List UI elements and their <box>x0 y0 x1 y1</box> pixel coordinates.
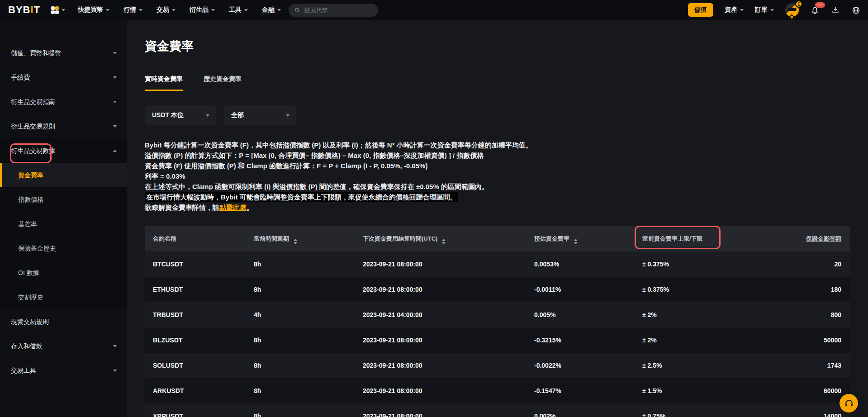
search-box[interactable] <box>289 4 378 17</box>
table-row[interactable]: ARKUSDT 8h 2023-09-21 08:00:00 -0.1547% … <box>145 378 850 403</box>
chevron-down-icon <box>172 9 175 11</box>
chevron-up-icon <box>113 150 117 152</box>
avatar-notification-badge: 1 <box>795 0 802 8</box>
topbar-right-cluster: 儲值 資產 訂單 1 ··· <box>688 0 861 20</box>
table-row[interactable]: SOLUSDT 8h 2023-09-21 08:00:00 -0.0022% … <box>145 353 850 378</box>
nav-buy-crypto[interactable]: 快捷買幣 <box>78 6 109 14</box>
table-row[interactable]: BLZUSDT 8h 2023-09-21 08:00:00 -0.3215% … <box>145 327 850 353</box>
col-rate-limits: 當前資金費率上限/下限 <box>642 226 703 251</box>
contract-symbol: ARKUSDT <box>153 378 184 403</box>
nav-trade[interactable]: 交易 <box>157 6 175 14</box>
contract-symbol: XRPUSDT <box>153 403 183 417</box>
chevron-down-icon <box>139 9 142 11</box>
table-row[interactable]: XRPUSDT 8h 2023-09-21 08:00:00 0.002% ± … <box>145 403 850 417</box>
sidebar-subitem-funding-rate[interactable]: 資金費率 <box>0 163 127 187</box>
chevron-down-icon <box>106 9 109 11</box>
table-body: BTCUSDT 8h 2023-09-21 08:00:00 0.0053% ±… <box>145 251 850 417</box>
contract-symbol: ETHUSDT <box>153 277 183 302</box>
orders-menu[interactable]: 訂單 <box>755 6 774 14</box>
deposit-button[interactable]: 儲值 <box>688 3 713 17</box>
sort-icon[interactable] <box>442 239 446 244</box>
click-here-link[interactable]: 點擊此處 <box>219 204 247 211</box>
sidebar-subitem-basis-rate[interactable]: 基差率 <box>0 212 127 236</box>
globe-icon <box>851 5 861 15</box>
chevron-down-icon <box>113 370 117 372</box>
tab-funding-rate-history[interactable]: 歷史資金費率 <box>204 75 242 91</box>
contract-symbol: BTCUSDT <box>153 251 183 277</box>
margin-type-select[interactable]: USDT 本位 <box>145 105 216 125</box>
sidebar-item-trading-tools[interactable]: 交易工具 <box>0 358 127 383</box>
contract-symbol: BLZUSDT <box>153 327 182 353</box>
col-next-settlement: 下次資金費用結算時間(UTC) <box>363 226 446 251</box>
sidebar-subitem-insurance-fund[interactable]: 保險基金歷史 <box>0 236 127 261</box>
desc-line-7: 欲瞭解資金費率詳情，請點擊此處。 <box>145 202 532 213</box>
apps-grid-button[interactable] <box>51 6 65 14</box>
contract-symbol: TRBUSDT <box>153 302 183 327</box>
notifications-badge: ··· <box>815 2 825 8</box>
logo-accent: I <box>30 4 33 16</box>
sidebar-subitem-delivery-history[interactable]: 交割歷史 <box>0 285 127 309</box>
desc-line-1: Bybit 每分鐘計算一次資金費率 (F)，其中包括溢價指數 (P) 以及利率 … <box>145 140 532 150</box>
nav-derivatives[interactable]: 衍生品 <box>190 6 215 14</box>
logo-text-2: T <box>34 4 40 16</box>
logo-text: BYB <box>8 4 30 16</box>
nav-tools[interactable]: 工具 <box>229 6 248 14</box>
support-chat-button[interactable] <box>840 394 858 412</box>
search-input[interactable] <box>304 7 363 14</box>
top-navigation-bar: BYBIT 快捷買幣 行情 交易 衍生品 工具 金融 Web3 儲值 資產 訂單… <box>0 0 868 20</box>
col-margin-impact: 保證金影響額 <box>806 226 841 251</box>
contract-symbol: SOLUSDT <box>153 353 183 378</box>
sidebar: 儲值、買幣和提幣 手續費 衍生品交易指南 衍生品交易規則 衍生品交易數據 資金費… <box>0 20 127 417</box>
chevron-down-icon <box>113 101 117 103</box>
table-row[interactable]: ETHUSDT 8h 2023-09-21 08:00:00 -0.0011% … <box>145 277 850 302</box>
table-row[interactable]: BTCUSDT 8h 2023-09-21 08:00:00 0.0053% ±… <box>145 251 850 277</box>
margin-impact-link[interactable]: 保證金影響額 <box>806 235 841 242</box>
sidebar-item-fees[interactable]: 手續費 <box>0 65 127 90</box>
headset-icon <box>844 398 854 408</box>
sidebar-item-derivatives-guide[interactable]: 衍生品交易指南 <box>0 90 127 114</box>
desc-line-5: 在上述等式中，Clamp 函數可限制利率 (I) 與溢價指數 (P) 間的差值，… <box>145 181 532 192</box>
desc-line-3: 資金費率 (F) 使用溢價指數 (P) 和 Clamp 函數進行計算：F = P… <box>145 161 532 171</box>
chevron-down-icon <box>113 52 117 54</box>
contract-filter-select[interactable]: 全部 <box>224 105 296 125</box>
desc-line-6: 在市場行情大幅波動時，Bybit 可能會臨時調整資金費率上下限額，來促使永續合約… <box>145 192 532 202</box>
main-nav: 快捷買幣 行情 交易 衍生品 工具 金融 Web3 <box>78 6 318 14</box>
tabs: 實時資金費率 歷史資金費率 <box>145 75 242 91</box>
notifications-button[interactable]: ··· <box>810 5 820 15</box>
funding-rate-table: 合約名稱 當前時間週期 下次資金費用結算時間(UTC) 預估資金費率 當前資金費… <box>145 226 850 417</box>
nav-finance[interactable]: 金融 <box>262 6 281 14</box>
chevron-down-icon <box>244 9 248 11</box>
filter-row: USDT 本位 全部 <box>145 105 296 125</box>
chevron-down-icon <box>770 9 774 11</box>
page-title: 資金費率 <box>145 38 194 54</box>
sort-icon[interactable] <box>294 239 297 244</box>
sort-icon[interactable] <box>574 239 578 244</box>
sidebar-item-derivatives-rules[interactable]: 衍生品交易規則 <box>0 114 127 138</box>
table-row[interactable]: TRBUSDT 4h 2023-09-21 04:00:00 0.005% ± … <box>145 302 850 327</box>
user-avatar[interactable]: 1 <box>785 3 799 17</box>
assets-menu[interactable]: 資產 <box>725 6 744 14</box>
chevron-down-icon <box>113 345 117 347</box>
desc-line-4: 利率 = 0.03% <box>145 171 532 181</box>
chevron-down-icon <box>113 76 117 79</box>
col-current-interval: 當前時間週期 <box>254 226 297 251</box>
language-button[interactable] <box>851 5 861 15</box>
sidebar-subitem-index-price[interactable]: 指數價格 <box>0 187 127 212</box>
sidebar-item-deposit-buy-withdraw[interactable]: 儲值、買幣和提幣 <box>0 41 127 65</box>
funding-rate-description: Bybit 每分鐘計算一次資金費率 (F)，其中包括溢價指數 (P) 以及利率 … <box>145 140 532 213</box>
sidebar-subitem-oi-data[interactable]: OI 數據 <box>0 261 127 285</box>
sidebar-item-deposit-loan[interactable]: 存入和借款 <box>0 334 127 358</box>
nav-markets[interactable]: 行情 <box>123 6 142 14</box>
col-contract-name: 合約名稱 <box>153 226 176 251</box>
download-icon <box>831 5 840 14</box>
search-icon <box>294 7 301 14</box>
download-app-button[interactable] <box>831 5 840 14</box>
sidebar-item-derivatives-data[interactable]: 衍生品交易數據 <box>0 138 127 163</box>
apps-grid-icon <box>51 6 59 14</box>
bybit-logo: BYBIT <box>8 4 40 16</box>
sidebar-item-spot-rules[interactable]: 現貨交易規則 <box>0 309 127 334</box>
highlighted-text: 在市場行情大幅波動時，Bybit 可能會臨時調整資金費率上下限額，來促使永續合約… <box>145 192 458 202</box>
desc-line-2: 溢價指數 (P) 的計算方式如下：P = [Max (0, 合理買價– 指數價格… <box>145 150 532 161</box>
chevron-down-icon <box>206 114 209 117</box>
tab-realtime-funding-rate[interactable]: 實時資金費率 <box>145 75 183 91</box>
